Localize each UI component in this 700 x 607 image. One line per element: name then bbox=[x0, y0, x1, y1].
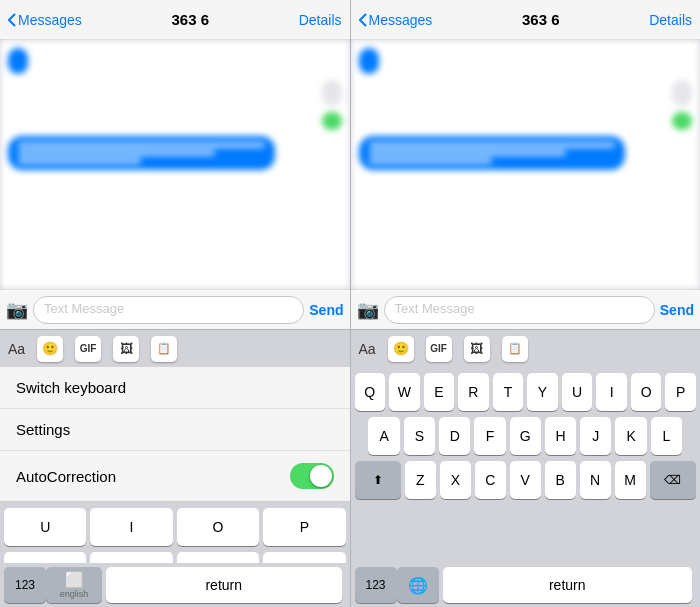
left-key-row-1: U I O P bbox=[4, 508, 346, 546]
left-camera-button[interactable]: 📷 bbox=[6, 299, 28, 321]
toggle-knob bbox=[310, 465, 332, 487]
left-messages-area bbox=[0, 40, 350, 289]
right-nav-bar: Messages 363 6 Details bbox=[351, 0, 701, 40]
menu-item-settings[interactable]: Settings bbox=[0, 409, 350, 451]
left-aa-button[interactable]: Aa bbox=[8, 341, 25, 357]
key-W[interactable]: W bbox=[389, 373, 420, 411]
settings-label: Settings bbox=[16, 421, 334, 438]
right-key-row-1: Q W E R T Y U I O P bbox=[355, 373, 697, 411]
right-camera-button[interactable]: 📷 bbox=[357, 299, 379, 321]
right-shift-key[interactable]: ⬆ bbox=[355, 461, 401, 499]
key-Y[interactable]: Y bbox=[527, 373, 558, 411]
left-nav-title: 363 6 bbox=[171, 11, 209, 28]
left-send-button[interactable]: Send bbox=[309, 302, 343, 318]
key-F[interactable]: F bbox=[474, 417, 505, 455]
left-partial-keyboard: U I O P H J K L ⬆ B N M ⌫ bbox=[0, 502, 350, 563]
left-panel: Messages 363 6 Details 📷 Text Message Se… bbox=[0, 0, 351, 367]
left-keyboard-toolbar: Aa 🙂 GIF 🖼 📋 bbox=[0, 329, 350, 367]
key-H[interactable]: H bbox=[4, 552, 86, 563]
right-image-button[interactable]: 🖼 bbox=[464, 336, 490, 362]
key-U2[interactable]: U bbox=[562, 373, 593, 411]
left-space-key[interactable]: return bbox=[106, 567, 342, 603]
right-messages-area bbox=[351, 40, 701, 289]
key-C[interactable]: C bbox=[475, 461, 506, 499]
left-num-key[interactable]: 123 bbox=[4, 567, 46, 603]
right-globe-key[interactable]: 🌐 bbox=[397, 567, 439, 603]
switch-keyboard-label: Switch keyboard bbox=[16, 379, 334, 396]
key-D[interactable]: D bbox=[439, 417, 470, 455]
key-E[interactable]: E bbox=[424, 373, 455, 411]
left-details-button[interactable]: Details bbox=[299, 12, 342, 28]
globe-icon: 🌐 bbox=[408, 576, 428, 595]
right-key-row-2: A S D F G H J K L bbox=[355, 417, 697, 455]
right-num-key[interactable]: 123 bbox=[355, 567, 397, 603]
left-keyboard-section: Switch keyboard Settings AutoCorrection … bbox=[0, 367, 351, 607]
right-details-button[interactable]: Details bbox=[649, 12, 692, 28]
right-key-row-3: ⬆ Z X C V B N M ⌫ bbox=[355, 461, 697, 499]
key-A[interactable]: A bbox=[368, 417, 399, 455]
key-H2[interactable]: H bbox=[545, 417, 576, 455]
autocorrection-toggle[interactable] bbox=[290, 463, 334, 489]
right-backspace-key[interactable]: ⌫ bbox=[650, 461, 696, 499]
left-input-bar: 📷 Text Message Send bbox=[0, 289, 350, 329]
right-keyboard-toolbar: Aa 🙂 GIF 🖼 📋 bbox=[351, 329, 701, 367]
right-input-bar: 📷 Text Message Send bbox=[351, 289, 701, 329]
key-G[interactable]: G bbox=[510, 417, 541, 455]
left-lang-key[interactable]: ⬜ english bbox=[46, 567, 102, 603]
right-send-button[interactable]: Send bbox=[660, 302, 694, 318]
right-text-input[interactable]: Text Message bbox=[384, 296, 655, 324]
left-back-label: Messages bbox=[18, 12, 82, 28]
right-keyboard-section: Q W E R T Y U I O P A S D F G H J K bbox=[351, 367, 701, 607]
left-gif-button[interactable]: GIF bbox=[75, 336, 101, 362]
menu-item-autocorrection[interactable]: AutoCorrection bbox=[0, 451, 350, 501]
keyboard-menu: Switch keyboard Settings AutoCorrection bbox=[0, 367, 350, 502]
key-P[interactable]: P bbox=[263, 508, 345, 546]
left-emoji-button[interactable]: 🙂 bbox=[37, 336, 63, 362]
bottom-section: Switch keyboard Settings AutoCorrection … bbox=[0, 367, 700, 607]
panels-container: Messages 363 6 Details 📷 Text Message Se… bbox=[0, 0, 700, 367]
key-O2[interactable]: O bbox=[631, 373, 662, 411]
left-text-input[interactable]: Text Message bbox=[33, 296, 304, 324]
key-N2[interactable]: N bbox=[580, 461, 611, 499]
key-V[interactable]: V bbox=[510, 461, 541, 499]
key-K[interactable]: K bbox=[177, 552, 259, 563]
left-key-row-2: H J K L bbox=[4, 552, 346, 563]
key-J2[interactable]: J bbox=[580, 417, 611, 455]
right-extra-button[interactable]: 📋 bbox=[502, 336, 528, 362]
left-bottom-bar: 123 ⬜ english return bbox=[0, 563, 350, 607]
right-back-label: Messages bbox=[369, 12, 433, 28]
key-I[interactable]: I bbox=[90, 508, 172, 546]
key-I2[interactable]: I bbox=[596, 373, 627, 411]
right-gif-button[interactable]: GIF bbox=[426, 336, 452, 362]
autocorrection-label: AutoCorrection bbox=[16, 468, 290, 485]
key-T[interactable]: T bbox=[493, 373, 524, 411]
key-Q[interactable]: Q bbox=[355, 373, 386, 411]
key-Z[interactable]: Z bbox=[405, 461, 436, 499]
menu-item-switch-keyboard[interactable]: Switch keyboard bbox=[0, 367, 350, 409]
right-aa-button[interactable]: Aa bbox=[359, 341, 376, 357]
left-back-button[interactable]: Messages bbox=[8, 12, 82, 28]
key-P2[interactable]: P bbox=[665, 373, 696, 411]
key-L2[interactable]: L bbox=[651, 417, 682, 455]
key-U[interactable]: U bbox=[4, 508, 86, 546]
right-back-button[interactable]: Messages bbox=[359, 12, 433, 28]
left-nav-bar: Messages 363 6 Details bbox=[0, 0, 350, 40]
lang-icon: ⬜ bbox=[65, 571, 84, 589]
key-J[interactable]: J bbox=[90, 552, 172, 563]
right-emoji-button[interactable]: 🙂 bbox=[388, 336, 414, 362]
key-K2[interactable]: K bbox=[615, 417, 646, 455]
key-O[interactable]: O bbox=[177, 508, 259, 546]
right-bottom-bar: 123 🌐 return bbox=[351, 563, 701, 607]
key-R[interactable]: R bbox=[458, 373, 489, 411]
right-nav-title: 363 6 bbox=[522, 11, 560, 28]
key-L[interactable]: L bbox=[263, 552, 345, 563]
right-panel: Messages 363 6 Details 📷 Text Message Se… bbox=[351, 0, 701, 367]
key-S[interactable]: S bbox=[404, 417, 435, 455]
key-M2[interactable]: M bbox=[615, 461, 646, 499]
left-image-button[interactable]: 🖼 bbox=[113, 336, 139, 362]
key-X[interactable]: X bbox=[440, 461, 471, 499]
right-space-key[interactable]: return bbox=[443, 567, 693, 603]
left-extra-button[interactable]: 📋 bbox=[151, 336, 177, 362]
key-B2[interactable]: B bbox=[545, 461, 576, 499]
left-bottom-bar-half: 123 ⬜ english return bbox=[0, 563, 350, 607]
